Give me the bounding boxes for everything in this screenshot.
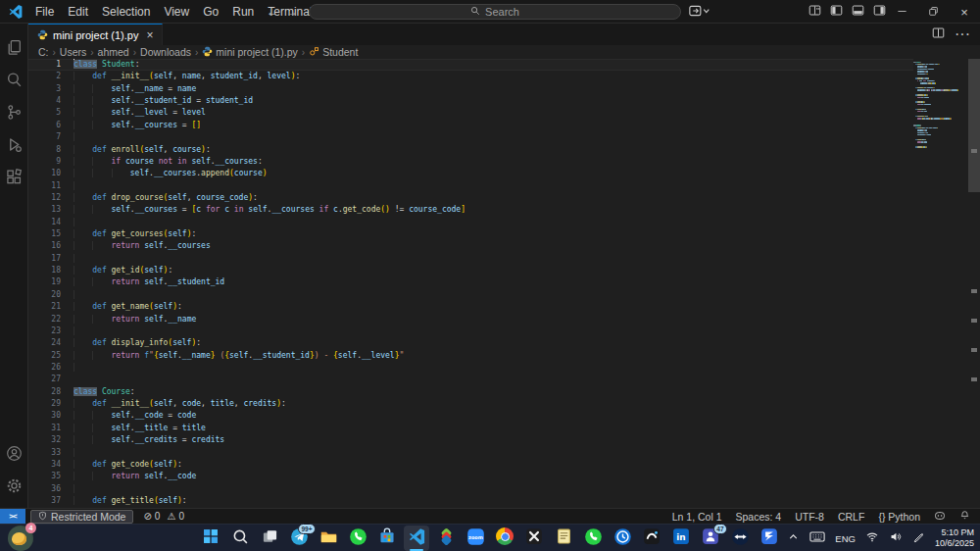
taskbar-chrome-icon[interactable]: [492, 526, 517, 551]
taskbar-notepad-icon[interactable]: [551, 526, 576, 551]
toggle-panel-icon[interactable]: [852, 3, 864, 21]
taskbar-teamviewer-icon[interactable]: [727, 526, 753, 551]
command-center-search[interactable]: Search: [309, 4, 681, 20]
taskbar-start-icon[interactable]: [198, 526, 223, 551]
code-line-31[interactable]: 31 self.__title = title: [28, 423, 913, 434]
taskbar-whatsapp-desktop-icon[interactable]: [580, 526, 606, 551]
code-line-25[interactable]: 25 return f"{self.__name} ({self.__stude…: [28, 350, 913, 362]
status-utf-8[interactable]: UTF-8: [795, 511, 824, 523]
bell-icon[interactable]: [959, 510, 970, 523]
widgets-button[interactable]: 4: [8, 526, 33, 551]
taskbar-z-app-icon[interactable]: [757, 526, 782, 551]
close-button[interactable]: ×: [949, 0, 980, 24]
code-line-19[interactable]: 19 return self.__student_id: [28, 276, 913, 288]
breadcrumb-item-downloads[interactable]: Downloads: [140, 46, 191, 58]
split-editor-icon[interactable]: [932, 25, 945, 43]
code-line-20[interactable]: 20: [28, 289, 913, 301]
search-icon[interactable]: [0, 64, 28, 96]
breadcrumb-item-student[interactable]: Student: [309, 46, 358, 59]
breadcrumb-item-users[interactable]: Users: [60, 46, 86, 58]
taskbar-telegram-icon[interactable]: 99+: [286, 526, 312, 551]
taskbar-vscode-icon[interactable]: [404, 526, 429, 551]
wifi-icon[interactable]: [865, 529, 879, 547]
code-line-37[interactable]: 37 def get_title(self):: [28, 495, 913, 507]
menu-file[interactable]: File: [28, 0, 61, 24]
code-line-21[interactable]: 21 def get_name(self):: [28, 301, 913, 313]
source-control-icon[interactable]: [0, 96, 28, 128]
taskbar-whatsapp-icon[interactable]: [345, 526, 370, 551]
taskbar-dark-utility-app-icon[interactable]: [639, 526, 664, 551]
toggle-secondary-sidebar-icon[interactable]: [873, 3, 886, 21]
code-line-35[interactable]: 35 return self.__code: [28, 471, 913, 482]
forward-arrow-icon[interactable]: →: [286, 5, 298, 19]
status-spaces-4[interactable]: Spaces: 4: [736, 511, 782, 523]
status-ln-1-col-1[interactable]: Ln 1, Col 1: [672, 511, 722, 523]
code-line-22[interactable]: 22 return self.__name: [28, 314, 913, 326]
menu-go[interactable]: Go: [196, 0, 225, 24]
code-line-27[interactable]: 27: [28, 374, 913, 385]
menu-selection[interactable]: Selection: [95, 0, 157, 24]
code-line-36[interactable]: 36: [28, 483, 913, 495]
menu-run[interactable]: Run: [225, 0, 261, 24]
code-line-2[interactable]: 2 def __init__(self, name, student_id, l…: [28, 71, 913, 82]
code-line-24[interactable]: 24 def display_info(self):: [28, 337, 913, 349]
code-line-32[interactable]: 32 self.__credits = credits: [28, 434, 913, 446]
code-line-5[interactable]: 5 self.__level = level: [28, 107, 913, 119]
code-line-18[interactable]: 18 def get_id(self):: [28, 265, 913, 276]
clock[interactable]: 5:10 PM10/6/2025: [935, 527, 974, 550]
code-line-17[interactable]: 17: [28, 253, 913, 265]
chevron-up-icon[interactable]: [787, 529, 800, 547]
taskbar-taskbar-search-icon[interactable]: [227, 526, 253, 551]
code-line-28[interactable]: 28class Course:: [28, 386, 913, 398]
code-line-34[interactable]: 34 def get_code(self):: [28, 459, 913, 471]
code-line-33[interactable]: 33: [28, 447, 913, 459]
restore-button[interactable]: [917, 0, 949, 24]
minimize-button[interactable]: [886, 0, 917, 24]
editor-area[interactable]: 1class Student:2 def __init__(self, name…: [28, 59, 980, 508]
status--python[interactable]: {} Python: [878, 511, 920, 523]
volume-icon[interactable]: [889, 529, 903, 547]
taskbar-teams-icon[interactable]: 47: [698, 526, 723, 551]
settings-gear-icon[interactable]: [0, 470, 28, 502]
more-actions-icon[interactable]: ···: [955, 25, 970, 43]
files-icon[interactable]: [0, 31, 28, 64]
code-line-9[interactable]: 9 if course not in self.__courses:: [28, 156, 913, 168]
code-line-14[interactable]: 14: [28, 217, 913, 228]
minimap[interactable]: [913, 59, 967, 508]
taskbar-bluestacks-icon[interactable]: [433, 526, 459, 551]
remote-indicator[interactable]: ><: [0, 509, 25, 525]
code-line-29[interactable]: 29 def __init__(self, code, title, credi…: [28, 398, 913, 410]
language-indicator[interactable]: ENG: [835, 533, 856, 544]
taskbar-linkedin-icon[interactable]: in: [668, 526, 694, 551]
code-line-4[interactable]: 4 self.__student_id = student_id: [28, 95, 913, 107]
taskbar-microsoft-store-icon[interactable]: [374, 526, 400, 551]
account-icon[interactable]: [0, 437, 28, 470]
taskbar-media-app-icon[interactable]: [521, 526, 547, 551]
toggle-sidebar-icon[interactable]: [830, 3, 843, 21]
code-lines[interactable]: 1class Student:2 def __init__(self, name…: [28, 59, 913, 508]
code-line-15[interactable]: 15 def get_courses(self):: [28, 228, 913, 240]
menu-edit[interactable]: Edit: [61, 0, 95, 24]
code-line-10[interactable]: 10 self.__courses.append(course): [28, 168, 913, 179]
extensions-icon[interactable]: [0, 161, 28, 193]
copilot-icon[interactable]: [934, 510, 946, 524]
scrollbar-thumb[interactable]: [968, 59, 980, 192]
tab-mini-project[interactable]: mini project (1).py ×: [28, 24, 163, 45]
status-crlf[interactable]: CRLF: [838, 511, 864, 523]
keyboard-icon[interactable]: [809, 529, 825, 547]
run-debug-icon[interactable]: [0, 128, 28, 161]
pen-icon[interactable]: [912, 529, 925, 547]
breadcrumb-item-mini-project-1-py[interactable]: mini project (1).py: [202, 46, 297, 59]
scrollbar[interactable]: [967, 59, 980, 508]
customize-layout-icon[interactable]: [808, 3, 821, 21]
code-line-16[interactable]: 16 return self.__courses: [28, 240, 913, 252]
code-line-26[interactable]: 26: [28, 362, 913, 374]
tab-close-icon[interactable]: ×: [146, 28, 153, 42]
code-line-30[interactable]: 30 self.__code = code: [28, 410, 913, 422]
code-line-12[interactable]: 12 def drop_course(self, course_code):: [28, 192, 913, 204]
code-line-7[interactable]: 7: [28, 131, 913, 143]
code-line-6[interactable]: 6 self.__courses = []: [28, 120, 913, 131]
taskbar-clock-app-icon[interactable]: [610, 526, 635, 551]
code-line-13[interactable]: 13 self.__courses = [c for c in self.__c…: [28, 204, 913, 216]
taskbar-zoom-icon[interactable]: zoom: [463, 526, 488, 551]
